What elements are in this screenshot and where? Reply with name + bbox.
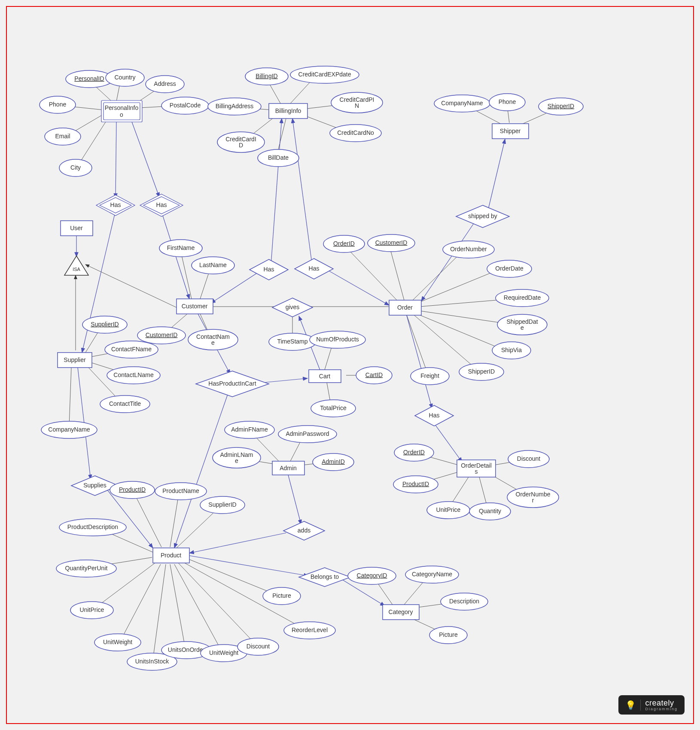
svg-text:D: D [239,142,243,149]
entity-cart: Cart [309,370,341,383]
svg-text:HasProductInCart: HasProductInCart [208,380,256,387]
attr-shipvia: ShipVia [492,342,531,359]
svg-text:Description: Description [449,598,479,605]
svg-text:Cart: Cart [319,373,331,380]
attr-prodsupid: SupplierID [200,496,245,514]
attr-reqdate: RequiredDate [496,289,549,307]
attr-preorder: ReorderLevel [284,622,335,639]
svg-text:PersonalInfo: PersonalInfo [105,104,139,111]
svg-line-6 [78,119,108,166]
attr-od-num: OrderNumber [507,487,559,508]
attr-od-disc: Discount [508,450,549,468]
svg-text:Has: Has [264,266,274,273]
entity-order: Order [389,300,421,315]
svg-line-19 [277,119,286,153]
svg-line-45 [413,252,462,300]
attr-shipdate: ShippedDate [497,314,547,335]
attr-ccid: CreditCardID [217,132,265,152]
rel-belongs: Belongs to [299,568,350,587]
svg-text:CompanyName: CompanyName [48,426,90,433]
attr-ccexp: CreditCardEXPdate [290,66,359,83]
svg-text:Customer: Customer [182,303,208,310]
entity-product: Product [153,548,189,563]
attr-postal: PostalCode [161,97,209,114]
svg-line-44 [390,246,404,300]
svg-text:Discount: Discount [247,643,270,650]
svg-text:Phone: Phone [499,98,516,105]
svg-text:PersonalID: PersonalID [74,75,104,82]
attr-pup: UnitPrice [70,602,113,619]
svg-line-86 [189,556,308,576]
attr-ccno: CreditCardNo [330,125,381,142]
attr-od-oid: OrderID [394,444,434,461]
svg-text:Quantity: Quantity [479,508,501,514]
attr-catpic: Picture [429,627,467,644]
svg-text:SupplierID: SupplierID [208,501,236,508]
attr-contactname: ContactName [188,329,238,350]
svg-text:UnitWeight: UnitWeight [103,639,132,645]
svg-text:gives: gives [286,304,300,310]
attr-od-qty: Quantity [469,503,511,520]
brand-sep [640,700,641,711]
attr-proddesc: ProductDescription [59,519,126,536]
svg-text:CustomerID: CustomerID [146,332,178,338]
rel-has-bi2: Has [295,259,333,279]
svg-text:PostalCode: PostalCode [170,102,201,109]
er-diagram: PersonalInfo o PersonalID Country Addres… [7,7,693,723]
svg-line-85 [186,558,277,595]
attr-admpw: AdminPassword [278,426,337,443]
svg-line-52 [406,314,432,408]
svg-line-64 [69,368,71,426]
attr-email: Email [45,128,81,145]
attr-ordernum: OrderNumber [443,241,494,258]
svg-line-79 [121,564,161,640]
svg-text:e: e [520,324,524,331]
svg-text:BillingAddress: BillingAddress [216,103,254,110]
attr-supcompany: CompanyName [41,421,97,438]
svg-text:SupplierID: SupplierID [91,321,119,328]
svg-text:ReorderLevel: ReorderLevel [292,627,328,633]
svg-line-82 [174,564,222,651]
attr-admfn: AdminFName [225,421,274,438]
svg-line-49 [417,314,505,350]
rel-shippedby: shipped by [456,205,509,228]
svg-text:Picture: Picture [439,631,458,638]
svg-text:Has: Has [110,201,121,208]
attr-catid: CategoryID [348,567,396,584]
svg-text:CreditCardNo: CreditCardNo [337,129,374,136]
svg-text:ContactTitle: ContactTitle [109,400,141,407]
attr-shipphone: Phone [489,94,525,111]
entity-customer: Customer [177,299,213,314]
svg-text:Freight: Freight [420,372,439,379]
attr-admln: AdminLName [213,447,261,468]
svg-line-75 [177,507,219,548]
attr-billdate: BillDate [258,149,299,167]
svg-line-51 [406,314,428,374]
svg-line-73 [134,492,161,547]
svg-text:City: City [70,164,81,171]
svg-line-83 [179,563,256,645]
attr-pdisc: Discount [237,638,279,655]
attr-shipperid: ShipperID [539,98,583,115]
attr-od-pid: ProductID [393,476,438,493]
attr-customerid: CustomerID [137,327,186,344]
svg-text:CategoryName: CategoryName [412,571,452,578]
svg-text:OrderNumber: OrderNumber [450,246,487,252]
attr-freight: Freight [411,368,449,385]
diagram-frame: PersonalInfo o PersonalID Country Addres… [6,6,694,724]
attr-timestamp: TimeStamp [269,333,316,350]
entity-user: User [61,221,93,236]
svg-line-8 [131,121,159,197]
svg-line-21 [271,119,282,265]
svg-text:TimeStamp: TimeStamp [277,338,307,345]
brand-sub: Diagramming [645,707,678,711]
attr-supln: ContactLName [107,367,160,384]
attr-ccpin: CreditCardPIN [331,92,383,113]
svg-text:s: s [475,468,478,475]
svg-text:UnitsOnOrder: UnitsOnOrder [168,646,205,653]
svg-line-29 [421,222,475,301]
bulb-icon: 💡 [625,700,636,710]
svg-text:UnitPrice: UnitPrice [436,506,461,513]
svg-line-43 [346,247,398,301]
attr-ordershipperid: ShipperID [459,363,504,380]
